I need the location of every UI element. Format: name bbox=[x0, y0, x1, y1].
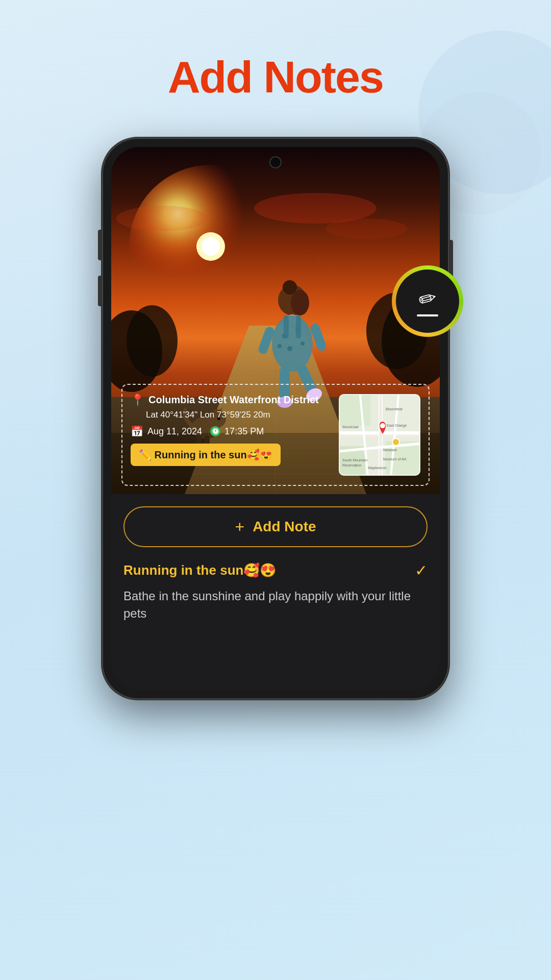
pencil-icon: ✏ bbox=[416, 284, 439, 313]
svg-text:Reservation: Reservation bbox=[342, 463, 361, 467]
add-note-label: Add Note bbox=[253, 519, 316, 535]
bottom-section: + Add Note Running in the sun🥰😍 ✓ Bathe … bbox=[111, 494, 440, 637]
note-item-row: Running in the sun🥰😍 ✓ bbox=[123, 561, 428, 579]
info-dashed-box: 📍 Columbia Street Waterfront District La… bbox=[121, 384, 430, 486]
datetime-line: 📅 Aug 11, 2024 🕐 17:35 PM bbox=[131, 425, 332, 437]
svg-text:Montclair: Montclair bbox=[342, 425, 359, 429]
info-text-section: 📍 Columbia Street Waterfront District La… bbox=[131, 394, 332, 466]
mini-map: Montclair Bloomfield East Orange Newark … bbox=[339, 394, 420, 476]
add-note-button[interactable]: + Add Note bbox=[123, 506, 428, 547]
phone-mockup: ✏ bbox=[102, 138, 449, 699]
coordinates-line: Lat 40°41'34" Lon 73°59'25 20m bbox=[131, 410, 332, 420]
camera-notch bbox=[269, 156, 282, 168]
svg-point-30 bbox=[278, 344, 282, 348]
svg-text:Maplewood: Maplewood bbox=[368, 466, 386, 470]
time-text: 17:35 PM bbox=[224, 426, 264, 437]
svg-rect-32 bbox=[296, 315, 301, 338]
clock-icon: 🕐 bbox=[210, 426, 220, 436]
map-pin-icon: 📍 bbox=[131, 395, 144, 406]
svg-text:Museum of Art: Museum of Art bbox=[383, 457, 406, 461]
svg-text:Newark: Newark bbox=[383, 448, 397, 452]
note-tag-text: ✏️ Running in the sun🥰😍 bbox=[139, 449, 272, 461]
svg-point-6 bbox=[116, 206, 208, 231]
note-description: Bathe in the sunshine and play happily w… bbox=[123, 587, 428, 622]
svg-point-28 bbox=[287, 346, 292, 351]
check-icon: ✓ bbox=[415, 561, 428, 579]
date-text: Aug 11, 2024 bbox=[147, 426, 202, 437]
note-tag: ✏️ Running in the sun🥰😍 bbox=[131, 444, 281, 466]
svg-point-5 bbox=[325, 218, 407, 239]
note-item-title[interactable]: Running in the sun🥰😍 bbox=[123, 562, 276, 578]
phone-screen: 📍 Columbia Street Waterfront District La… bbox=[111, 147, 440, 690]
add-note-plus-icon: + bbox=[235, 519, 244, 535]
location-name: Columbia Street Waterfront District bbox=[148, 394, 319, 406]
svg-point-29 bbox=[300, 341, 305, 346]
page-title: Add Notes bbox=[0, 51, 551, 103]
time-part: 🕐 17:35 PM bbox=[210, 426, 264, 437]
svg-point-23 bbox=[291, 290, 309, 315]
edit-fab-button[interactable]: ✏ bbox=[396, 270, 459, 333]
svg-rect-31 bbox=[284, 315, 289, 338]
svg-point-25 bbox=[272, 315, 313, 372]
svg-point-8 bbox=[127, 305, 178, 377]
svg-point-3 bbox=[202, 237, 220, 256]
phone-frame: 📍 Columbia Street Waterfront District La… bbox=[102, 138, 449, 699]
svg-text:South Mountain: South Mountain bbox=[342, 458, 367, 462]
pencil-underline-decoration bbox=[417, 314, 438, 316]
photo-area: 📍 Columbia Street Waterfront District La… bbox=[111, 147, 440, 494]
svg-point-66 bbox=[380, 423, 385, 428]
svg-text:Bloomfield: Bloomfield bbox=[386, 407, 403, 411]
svg-rect-48 bbox=[340, 395, 370, 426]
svg-text:East Orange: East Orange bbox=[387, 424, 407, 428]
calendar-icon: 📅 bbox=[131, 425, 143, 437]
photo-info-overlay: 📍 Columbia Street Waterfront District La… bbox=[111, 374, 440, 494]
location-line: 📍 Columbia Street Waterfront District bbox=[131, 394, 332, 406]
svg-point-67 bbox=[392, 438, 399, 446]
date-part: 📅 Aug 11, 2024 bbox=[131, 425, 202, 437]
